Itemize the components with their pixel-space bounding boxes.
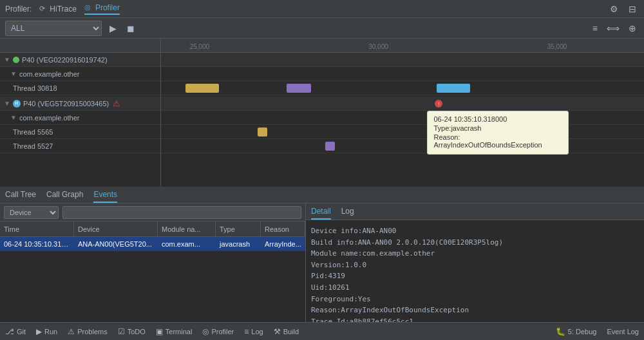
tab-detail[interactable]: Detail: [311, 203, 331, 220]
td-reason: ArrayInde...: [261, 240, 305, 248]
status-todo[interactable]: ☑ ToDO: [118, 327, 146, 336]
settings-icon[interactable]: ⚙: [607, 3, 621, 15]
zoom-icon[interactable]: ⊕: [626, 22, 639, 35]
table-row[interactable]: 06-24 10:35:10.3180... ANA-AN00(VEG5T20.…: [0, 237, 305, 251]
profiler-status-label: Profiler: [211, 328, 234, 335]
lower-tabs-bar: Call Tree Call Graph Events: [0, 187, 644, 203]
group-row-p2g1[interactable]: ▼ com.example.other: [0, 111, 160, 125]
th-device: Device: [74, 222, 158, 236]
td-time: 06-24 10:35:10.3180...: [0, 240, 74, 248]
hitrace-tab[interactable]: ⟳ HiTrace: [39, 5, 77, 14]
top-bar: Profiler: ⟳ HiTrace ◎ Profiler ⚙ ⊟: [0, 0, 644, 18]
thread-name-5527: Thread 5527: [13, 142, 53, 150]
process-row-p1[interactable]: ▼ P40 (VEG0220916019742): [0, 53, 160, 67]
th-type: Type: [216, 222, 261, 236]
status-git[interactable]: ⎇ Git: [5, 327, 26, 336]
tab-call-graph[interactable]: Call Graph: [46, 187, 83, 203]
tab-events[interactable]: Events: [93, 187, 117, 203]
detail-line-3: Version:1.0.0: [311, 260, 639, 271]
device-filter-select[interactable]: Device: [4, 206, 59, 219]
group-row-p1g1[interactable]: ▼ com.example.other: [0, 67, 160, 81]
process-row-p2[interactable]: ▼ R P40 (VEG5T20915003465) ⚠: [0, 97, 160, 111]
status-build[interactable]: ⚒ Build: [274, 327, 299, 336]
th-module: Module na...: [158, 222, 216, 236]
git-label: Git: [17, 328, 26, 335]
group-name-p1g1: com.example.other: [19, 70, 80, 78]
status-debug[interactable]: 🐛 5: Debug: [556, 327, 597, 336]
thread-name-5565: Thread 5565: [13, 128, 53, 136]
track-p2-header: ! 06-24 10:35:10.318000 Type:javacrash R…: [161, 97, 644, 111]
status-right: 🐛 5: Debug Event Log: [556, 327, 639, 336]
detail-line-8: Trace-Id:a8b887ef56c5cc1: [311, 316, 639, 322]
chevron-icon-p1: ▼: [4, 56, 10, 63]
git-icon: ⎇: [5, 327, 14, 336]
profiler-tab[interactable]: ◎ Profiler: [84, 3, 120, 15]
td-device: ANA-AN00(VEG5T20...: [74, 240, 158, 248]
blue-circle-p2: R: [13, 100, 21, 108]
bottom-area: Device Time Device Module na... Type Rea…: [0, 203, 644, 322]
right-panel: Detail Log Device info:ANA-AN00 Build in…: [306, 203, 644, 322]
status-terminal[interactable]: ▣ Terminal: [156, 327, 193, 336]
chevron-icon-g2: ▼: [10, 114, 17, 121]
status-run[interactable]: ▶ Run: [36, 327, 57, 336]
timeline-area: ▼ P40 (VEG0220916019742) ▼ com.example.o…: [0, 39, 644, 187]
align-icon-2[interactable]: ⟺: [604, 22, 622, 35]
status-profiler[interactable]: ◎ Profiler: [202, 327, 234, 336]
bar-yellow-5565: [258, 128, 267, 137]
event-log-label: Event Log: [607, 328, 639, 335]
green-dot-p1: [13, 57, 19, 63]
status-problems[interactable]: ⚠ Problems: [68, 327, 107, 336]
group-name-p2g1: com.example.other: [19, 114, 80, 122]
problems-label: Problems: [77, 328, 107, 335]
track-thread-30818: [161, 81, 644, 95]
tab-call-tree[interactable]: Call Tree: [5, 187, 36, 203]
play-button[interactable]: ▶: [107, 22, 119, 35]
main-area: ▼ P40 (VEG0220916019742) ▼ com.example.o…: [0, 39, 644, 322]
todo-label: ToDO: [128, 328, 146, 335]
status-log[interactable]: ≡ Log: [244, 327, 263, 336]
thread-row-5565[interactable]: Thread 5565: [0, 125, 160, 139]
timeline-right: 25,000 30,000 35,000 !: [161, 39, 644, 187]
stop-button[interactable]: ◼: [124, 22, 137, 35]
search-input[interactable]: [62, 206, 301, 219]
thread-row-5527[interactable]: Thread 5527: [0, 139, 160, 153]
filter-row: Device: [0, 203, 305, 222]
todo-icon: ☑: [118, 327, 125, 336]
tab-log[interactable]: Log: [341, 203, 354, 220]
bar-blue-30818: [437, 84, 471, 93]
log-label: Log: [251, 328, 263, 335]
th-time: Time: [0, 222, 74, 236]
detail-line-7: Reason:ArrayIndexOutOfBoundsException: [311, 305, 639, 316]
terminal-icon: ▣: [156, 327, 163, 336]
top-bar-right: ⚙ ⊟: [607, 3, 639, 15]
align-icon-1[interactable]: ≡: [590, 22, 600, 35]
filter-select[interactable]: ALL: [5, 21, 102, 36]
track-g1-header: [161, 67, 644, 81]
chevron-icon-g1: ▼: [10, 70, 17, 77]
bar-purple-30818: [287, 84, 311, 93]
track-thread-5565: [161, 125, 644, 139]
detail-line-4: Pid:4319: [311, 270, 639, 282]
debug-label: 5: Debug: [568, 328, 597, 335]
right-tabs: Detail Log: [306, 203, 644, 220]
chevron-icon-p2: ▼: [4, 100, 10, 107]
run-icon: ▶: [36, 327, 42, 336]
th-reason: Reason: [261, 222, 305, 236]
process-name-p2: P40 (VEG5T20915003465): [23, 100, 109, 108]
thread-name-30818: Thread 30818: [13, 84, 57, 92]
debug-icon: 🐛: [556, 327, 565, 336]
build-icon: ⚒: [274, 327, 281, 336]
track-thread-5527: [161, 139, 644, 153]
layout-icon[interactable]: ⊟: [626, 3, 639, 15]
scale-35000: 35,000: [547, 43, 567, 50]
td-module: com.exam...: [158, 240, 216, 248]
track-g2-header: [161, 111, 644, 125]
td-type: javacrash: [216, 240, 261, 248]
problems-icon: ⚠: [68, 327, 75, 336]
thread-row-30818[interactable]: Thread 30818: [0, 81, 160, 95]
detail-line-0: Device info:ANA-AN00: [311, 225, 639, 237]
status-bar: ⎇ Git ▶ Run ⚠ Problems ☑ ToDO ▣ Terminal…: [0, 322, 644, 340]
status-event-log[interactable]: Event Log: [607, 327, 639, 336]
scale-30000: 30,000: [368, 43, 388, 50]
crash-marker-p2[interactable]: !: [435, 100, 442, 108]
